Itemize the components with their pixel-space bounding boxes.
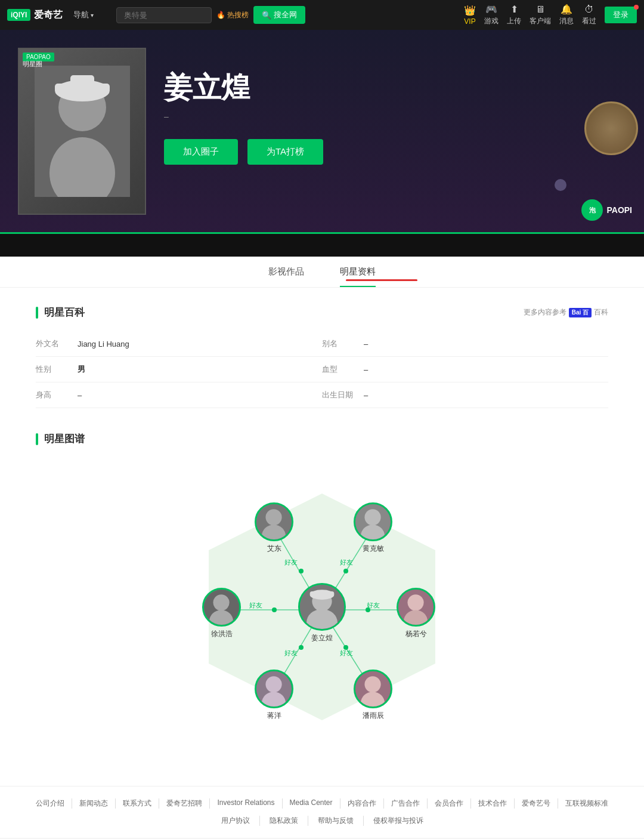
search-input[interactable] [116,7,212,23]
upload-icon: ⬆ [510,4,518,15]
search-button[interactable]: 🔍 搜全网 [253,6,305,24]
monitor-icon: 🖥 [535,4,545,15]
name-panyuchen: 潘雨辰 [363,711,384,721]
avatar-xuhonghao [202,588,241,627]
footer-link-iqiyihao[interactable]: 爱奇艺号 [515,798,558,809]
red-underline [346,279,417,281]
star-node-xuhonghao[interactable]: 徐洪浩 [202,588,241,639]
footer-link-tech[interactable]: 技术合作 [471,798,515,809]
avatar-center [298,583,346,631]
game-button[interactable]: 🎮 游戏 [484,4,499,26]
alias-value: – [364,340,368,348]
svg-point-22 [364,509,380,525]
footer-link-media[interactable]: Media Center [283,798,340,809]
footer-link-privacy[interactable]: 隐私政策 [260,816,308,826]
relation-bot-left: 好友 [284,649,298,658]
relation-top-right: 好友 [340,558,353,567]
name-jiangyang: 蒋洋 [267,711,281,721]
star-node-aidong[interactable]: 艾东 [255,502,293,554]
crown-icon: 👑 [464,5,476,16]
footer-link-standard[interactable]: 互联视频标准 [558,798,615,809]
gender-label: 性别 [36,364,78,375]
tab-filmography[interactable]: 影视作品 [268,257,304,287]
chevron-down-icon: ▾ [91,12,94,18]
footer-link-investor[interactable]: Investor Relations [210,798,282,809]
avatar-yangruoxi [397,588,435,627]
footer-link-member[interactable]: 会员合作 [428,798,471,809]
relation-bot-right: 好友 [340,649,353,658]
star-node-yangruoxi[interactable]: 杨若兮 [397,588,435,639]
section-bar-chart-icon [36,433,38,445]
upload-button[interactable]: ⬆ 上传 [507,4,521,26]
tab-celebrity-info[interactable]: 明星资料 [340,257,376,287]
foreign-name-label: 外文名 [36,338,78,349]
svg-rect-31 [310,591,335,596]
svg-point-33 [407,594,423,610]
message-button[interactable]: 🔔 消息 [559,4,574,26]
star-chart-title: 明星图谱 [44,432,85,446]
fire-icon: 🔥 [216,11,225,19]
footer-link-content[interactable]: 内容合作 [340,798,384,809]
search-icon: 🔍 [262,11,271,20]
star-node-jiangyang[interactable]: 蒋洋 [255,670,293,721]
star-node-huangkemin[interactable]: 黄克敏 [354,502,392,554]
blood-label: 血型 [322,364,364,375]
footer-link-help[interactable]: 帮助与反馈 [308,816,364,826]
footer-bottom-links: 用户协议 隐私政策 帮助与反馈 侵权举报与投诉 [18,816,626,826]
rank-button[interactable]: 为TA打榜 [247,139,323,165]
login-button[interactable]: 登录 [605,7,637,23]
height-label: 身高 [36,390,78,400]
gender-value: 男 [78,364,85,375]
join-circle-button[interactable]: 加入圈子 [164,139,238,165]
name-xuhonghao: 徐洪浩 [211,629,233,639]
avatar-huangkemin [354,502,392,541]
svg-point-36 [265,676,281,692]
notification-dot [634,5,639,10]
footer-link-news[interactable]: 新闻动态 [72,798,116,809]
baidu-logo: Bai 百 [569,308,592,317]
hero-dark-bar [0,234,644,257]
footer-link-terms[interactable]: 用户协议 [212,816,260,826]
info-row-gender: 性别 男 [36,357,322,383]
avatar-aidong [255,502,293,541]
logo-text: 爱奇艺 [34,9,63,21]
birthday-value: – [364,391,368,400]
encyclopedia-title: 明星百科 [44,306,85,319]
info-row-foreign-name: 外文名 Jiang Li Huang [36,331,322,357]
circle-label: 明星圈 [23,60,42,69]
nav-dropdown[interactable]: 导航 ▾ [69,10,98,20]
birthday-label: 出生日期 [322,390,364,400]
relation-mid-left: 好友 [249,601,262,610]
relation-top-left: 好友 [284,558,298,567]
star-node-panyuchen[interactable]: 潘雨辰 [354,670,392,721]
game-icon: 🎮 [485,4,497,15]
footer-link-company[interactable]: 公司介绍 [29,798,72,809]
footer-link-report[interactable]: 侵权举报与投诉 [364,816,433,826]
info-row-birthday: 出生日期 – [322,383,608,408]
vip-button[interactable]: 👑 VIP [464,5,476,26]
height-value: – [78,391,82,400]
footer-link-ad[interactable]: 广告合作 [384,798,428,809]
baidu-reference[interactable]: 更多内容参考 Bai 百 百科 [524,307,608,317]
client-button[interactable]: 🖥 客户端 [530,4,551,26]
name-huangkemin: 黄克敏 [363,544,384,554]
alias-label: 别名 [322,338,364,349]
info-row-height: 身高 – [36,383,322,408]
blood-value: – [364,365,368,374]
footer-links: 公司介绍 新闻动态 联系方式 爱奇艺招聘 Investor Relations … [18,798,626,809]
encyclopedia-header: 明星百科 更多内容参考 Bai 百 百科 [36,306,608,319]
footer: 公司介绍 新闻动态 联系方式 爱奇艺招聘 Investor Relations … [0,786,644,838]
svg-rect-5 [70,75,94,86]
footer-link-contact[interactable]: 联系方式 [116,798,159,809]
iqiyi-icon: iQIYI [7,9,30,21]
hot-search-button[interactable]: 🔥 热搜榜 [216,10,249,20]
logo-area[interactable]: iQIYI 爱奇艺 [7,9,63,21]
footer-link-recruit[interactable]: 爱奇艺招聘 [159,798,210,809]
tabs-bar: 影视作品 明星资料 [0,257,644,288]
decoration-circle [555,179,566,191]
star-chart-header: 明星图谱 [36,432,608,446]
svg-point-25 [213,594,229,610]
hero-buttons: 加入圈子 为TA打榜 [164,139,608,165]
star-node-center[interactable]: 姜立煌 [298,583,346,643]
history-button[interactable]: ⏱ 看过 [582,4,596,26]
